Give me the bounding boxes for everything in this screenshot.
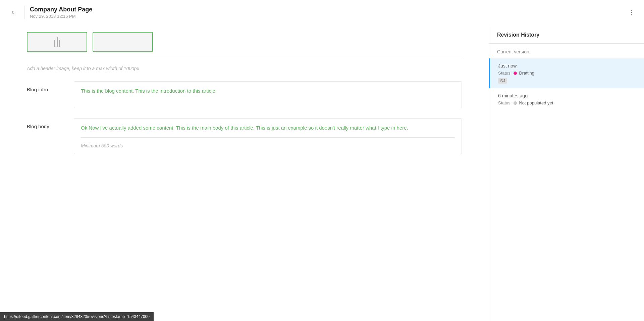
blog-intro-label: Blog intro <box>27 81 74 92</box>
blog-intro-text: This is the blog content. This is the in… <box>81 87 455 95</box>
status-dot-gray <box>514 101 517 105</box>
revision-author-1: SJ <box>498 78 507 84</box>
blog-intro-content-box[interactable]: This is the blog content. This is the in… <box>74 81 462 108</box>
revision-status-label-2: Status: <box>498 100 512 105</box>
blog-body-text: Ok Now I've actually added some content.… <box>81 124 455 132</box>
page-title: Company About Page <box>30 6 625 13</box>
svg-point-0 <box>631 10 632 11</box>
header-image-area <box>27 25 462 55</box>
blog-intro-section: Blog intro This is the blog content. Thi… <box>27 81 462 108</box>
blog-body-label: Blog body <box>27 118 74 129</box>
content-area: Add a header image, keep it to a max wid… <box>0 25 489 321</box>
page-subtitle: Nov 29, 2018 12:16 PM <box>30 14 625 19</box>
blog-body-section: Blog body Ok Now I've actually added som… <box>27 118 462 154</box>
revision-item-1[interactable]: Just now Status: Drafting SJ <box>489 58 644 88</box>
revision-item-2[interactable]: 6 minutes ago Status: Not populated yet <box>489 88 644 112</box>
blog-body-content-box[interactable]: Ok Now I've actually added some content.… <box>74 118 462 154</box>
svg-point-2 <box>631 14 632 15</box>
blog-body-hint: Minimum 500 words <box>81 137 455 148</box>
image-placeholder-1[interactable] <box>27 32 87 52</box>
revision-status-label-1: Status: <box>498 71 512 76</box>
header-divider <box>24 6 24 19</box>
top-header: Company About Page Nov 29, 2018 12:16 PM <box>0 0 644 25</box>
status-bar-url: https://uifeed.gathercontent.com/item/82… <box>4 314 150 319</box>
header-title-block: Company About Page Nov 29, 2018 12:16 PM <box>30 6 625 19</box>
revision-status-row-1: Status: Drafting <box>498 71 636 76</box>
more-options-button[interactable] <box>625 6 637 18</box>
revision-status-value-2: Not populated yet <box>519 100 553 105</box>
current-version-label: Current version <box>489 44 644 58</box>
header-image-hint: Add a header image, keep it to a max wid… <box>27 66 462 71</box>
status-dot-pink <box>514 72 517 75</box>
revision-time-1: Just now <box>498 63 636 68</box>
revision-history-title: Revision History <box>489 25 644 44</box>
main-layout: Add a header image, keep it to a max wid… <box>0 25 644 321</box>
revision-history-sidebar: Revision History Current version Just no… <box>489 25 644 321</box>
back-button[interactable] <box>7 6 19 18</box>
status-bar: https://uifeed.gathercontent.com/item/82… <box>0 312 154 321</box>
revision-status-row-2: Status: Not populated yet <box>498 100 636 105</box>
revision-status-value-1: Drafting <box>519 71 534 76</box>
svg-point-1 <box>631 12 632 13</box>
image-placeholder-2[interactable] <box>93 32 153 52</box>
revision-time-2: 6 minutes ago <box>498 93 636 98</box>
section-divider <box>27 59 462 59</box>
